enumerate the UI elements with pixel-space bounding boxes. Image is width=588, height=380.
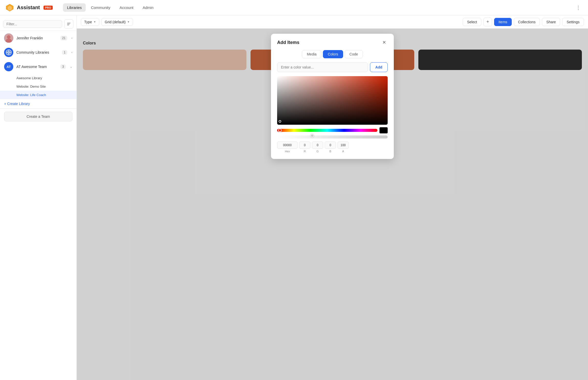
view-label: Grid (default)	[105, 20, 126, 24]
hue-slider[interactable]	[277, 129, 377, 132]
tab-media[interactable]: Media	[302, 50, 321, 58]
collapse-jennifer-icon[interactable]: ‹	[71, 36, 72, 40]
color-canvas[interactable]	[277, 76, 388, 125]
avatar-jennifer	[4, 33, 13, 43]
main-layout: Jennifer Franklin 21 ‹ Community Librari…	[0, 15, 588, 380]
collapse-community-icon[interactable]: ‹	[71, 51, 72, 54]
add-item-button[interactable]: +	[483, 18, 492, 26]
modal-overlay: Add Items ✕ Media Colors Code Add	[77, 29, 588, 380]
sort-button[interactable]	[64, 19, 73, 29]
hue-row	[277, 127, 388, 133]
add-color-button[interactable]: Add	[370, 62, 388, 72]
logo-area: Assistant PRO	[5, 3, 53, 12]
count-awesome-team: 3	[60, 64, 66, 69]
g-input[interactable]	[312, 142, 323, 149]
color-value-input[interactable]	[277, 62, 368, 72]
modal-tabs: Media Colors Code	[271, 50, 394, 62]
settings-button[interactable]: Settings	[562, 18, 584, 26]
sidebar-item-jennifer[interactable]: Jennifer Franklin 21 ‹	[0, 31, 77, 45]
sidebar-item-community[interactable]: Community Libraries 1 ‹	[0, 45, 77, 60]
modal-close-button[interactable]: ✕	[380, 39, 388, 46]
content-area: Colors Add Items ✕ Media Colors	[77, 29, 588, 380]
nav-admin[interactable]: Admin	[138, 3, 158, 12]
nav-account[interactable]: Account	[115, 3, 137, 12]
sidebar-label-jennifer: Jennifer Franklin	[16, 36, 57, 40]
sort-icon	[67, 22, 71, 26]
sidebar-label-awesome-team: AT Awesome Team	[16, 65, 57, 69]
nav-links: Libraries Community Account Admin	[63, 3, 574, 12]
top-nav: Assistant PRO Libraries Community Accoun…	[0, 0, 588, 15]
filter-input[interactable]	[3, 20, 62, 28]
g-group: G	[312, 142, 323, 153]
share-button[interactable]: Share	[542, 18, 560, 26]
b-label: B	[329, 150, 331, 153]
svg-point-6	[7, 35, 10, 39]
avatar-awesome-team: AT	[4, 62, 13, 71]
tab-code[interactable]: Code	[345, 50, 363, 58]
b-group: B	[325, 142, 336, 153]
modal-header: Add Items ✕	[271, 34, 394, 50]
count-community: 1	[62, 50, 67, 55]
collections-button[interactable]: Collections	[514, 18, 540, 26]
pro-badge: PRO	[43, 6, 53, 10]
type-dropdown[interactable]: Type ▼	[81, 18, 99, 26]
r-input[interactable]	[299, 142, 310, 149]
view-dropdown[interactable]: Grid (default) ▼	[101, 18, 133, 26]
a-group: A	[337, 142, 349, 153]
hex-input[interactable]	[277, 142, 298, 149]
content-toolbar: Type ▼ Grid (default) ▼ Select + Items C…	[77, 15, 588, 29]
app-name: Assistant	[17, 5, 40, 10]
current-color-swatch	[379, 127, 388, 133]
items-button[interactable]: Items	[494, 18, 511, 26]
view-chevron-icon: ▼	[127, 20, 130, 23]
color-input-row: Add	[271, 62, 394, 76]
add-items-modal: Add Items ✕ Media Colors Code Add	[271, 34, 394, 159]
nav-community[interactable]: Community	[87, 3, 114, 12]
sidebar-footer: Create a Team	[0, 108, 77, 124]
g-label: G	[317, 150, 319, 153]
color-canvas-handle[interactable]	[279, 120, 281, 123]
avatar-community	[4, 48, 13, 57]
color-picker: Hex R G B	[271, 76, 394, 159]
hue-handle[interactable]	[278, 129, 282, 132]
create-library-button[interactable]: + Create Library	[0, 99, 77, 108]
hex-label: Hex	[285, 150, 290, 153]
sub-item-website-demo[interactable]: Website: Demo Site	[0, 82, 77, 91]
sidebar: Jennifer Franklin 21 ‹ Community Librari…	[0, 15, 77, 380]
type-chevron-icon: ▼	[93, 20, 96, 23]
opacity-row	[277, 135, 388, 139]
hex-group: Hex	[277, 142, 298, 153]
tab-colors[interactable]: Colors	[323, 50, 343, 58]
opacity-handle[interactable]	[310, 134, 314, 137]
a-input[interactable]	[337, 142, 349, 149]
create-team-button[interactable]: Create a Team	[4, 112, 72, 121]
opacity-slider[interactable]	[277, 135, 388, 139]
a-label: A	[342, 150, 344, 153]
count-jennifer: 21	[60, 36, 67, 40]
sub-item-website-lifecoach[interactable]: Website: Life Coach	[0, 91, 77, 99]
nav-libraries[interactable]: Libraries	[63, 3, 86, 12]
expand-awesome-team-icon[interactable]: ⌄	[70, 65, 72, 68]
logo-icon	[5, 3, 14, 12]
r-label: R	[304, 150, 306, 153]
modal-title: Add Items	[277, 40, 299, 45]
r-group: R	[299, 142, 310, 153]
sidebar-label-community: Community Libraries	[16, 50, 59, 54]
type-label: Type	[84, 20, 92, 24]
sidebar-filter-bar	[0, 17, 77, 31]
color-values-row: Hex R G B	[277, 142, 388, 153]
select-button[interactable]: Select	[463, 18, 481, 26]
sub-item-awesome-library[interactable]: Awesome Library	[0, 74, 77, 82]
more-menu-icon[interactable]: ⋮	[574, 4, 583, 12]
b-input[interactable]	[325, 142, 336, 149]
sidebar-item-awesome-team[interactable]: AT AT Awesome Team 3 ⌄	[0, 60, 77, 74]
